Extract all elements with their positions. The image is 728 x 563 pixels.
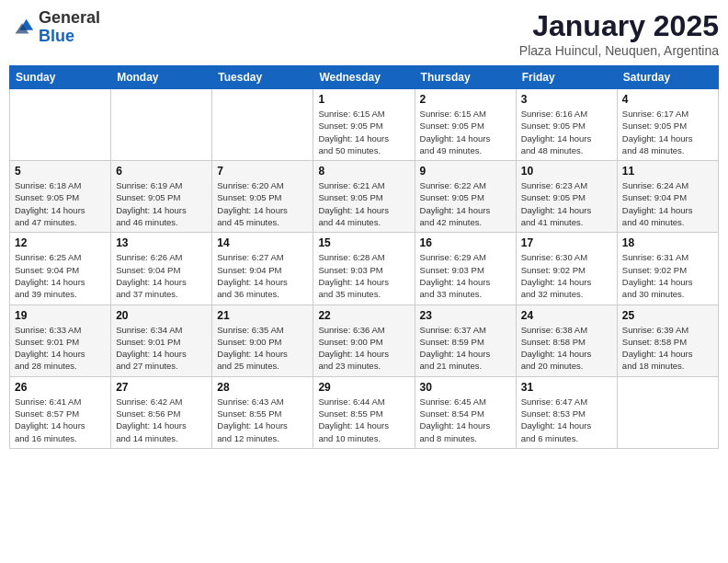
day-number: 9 — [420, 165, 511, 178]
calendar-table: SundayMondayTuesdayWednesdayThursdayFrid… — [9, 65, 719, 449]
calendar-cell: 15Sunrise: 6:28 AM Sunset: 9:03 PM Dayli… — [313, 233, 415, 304]
day-number: 28 — [217, 381, 308, 394]
day-number: 7 — [217, 165, 308, 178]
calendar-cell: 7Sunrise: 6:20 AM Sunset: 9:05 PM Daylig… — [212, 161, 313, 233]
day-info: Sunrise: 6:31 AM Sunset: 9:02 PM Dayligh… — [622, 251, 713, 300]
day-number: 29 — [318, 381, 409, 394]
calendar-week-row: 5Sunrise: 6:18 AM Sunset: 9:05 PM Daylig… — [10, 161, 719, 233]
calendar-cell: 28Sunrise: 6:43 AM Sunset: 8:55 PM Dayli… — [212, 376, 313, 448]
calendar-cell: 1Sunrise: 6:15 AM Sunset: 9:05 PM Daylig… — [313, 89, 415, 161]
calendar-week-row: 12Sunrise: 6:25 AM Sunset: 9:04 PM Dayli… — [10, 233, 719, 304]
day-info: Sunrise: 6:44 AM Sunset: 8:55 PM Dayligh… — [318, 396, 409, 444]
day-info: Sunrise: 6:26 AM Sunset: 9:04 PM Dayligh… — [116, 251, 207, 300]
calendar-cell: 17Sunrise: 6:30 AM Sunset: 9:02 PM Dayli… — [516, 233, 617, 304]
calendar-cell — [10, 89, 111, 161]
day-info: Sunrise: 6:17 AM Sunset: 9:05 PM Dayligh… — [622, 108, 713, 156]
day-info: Sunrise: 6:27 AM Sunset: 9:04 PM Dayligh… — [217, 251, 308, 300]
day-info: Sunrise: 6:30 AM Sunset: 9:02 PM Dayligh… — [521, 251, 612, 300]
logo-general-text: General — [39, 8, 100, 27]
day-info: Sunrise: 6:15 AM Sunset: 9:05 PM Dayligh… — [318, 108, 409, 156]
day-number: 13 — [116, 236, 207, 249]
day-number: 26 — [15, 381, 106, 394]
day-info: Sunrise: 6:41 AM Sunset: 8:57 PM Dayligh… — [15, 396, 106, 444]
calendar-week-row: 1Sunrise: 6:15 AM Sunset: 9:05 PM Daylig… — [10, 89, 719, 161]
calendar-cell: 29Sunrise: 6:44 AM Sunset: 8:55 PM Dayli… — [313, 376, 415, 448]
calendar-cell: 25Sunrise: 6:39 AM Sunset: 8:58 PM Dayli… — [617, 304, 718, 376]
calendar-cell: 24Sunrise: 6:38 AM Sunset: 8:58 PM Dayli… — [516, 304, 617, 376]
day-info: Sunrise: 6:45 AM Sunset: 8:54 PM Dayligh… — [420, 396, 511, 444]
day-number: 20 — [116, 309, 207, 322]
day-number: 19 — [15, 309, 106, 322]
day-info: Sunrise: 6:20 AM Sunset: 9:05 PM Dayligh… — [217, 179, 308, 228]
calendar-cell: 3Sunrise: 6:16 AM Sunset: 9:05 PM Daylig… — [516, 89, 617, 161]
weekday-header: Monday — [111, 66, 212, 89]
calendar-cell: 5Sunrise: 6:18 AM Sunset: 9:05 PM Daylig… — [10, 161, 111, 233]
day-info: Sunrise: 6:15 AM Sunset: 9:05 PM Dayligh… — [420, 108, 511, 156]
logo: General Blue — [9, 9, 100, 46]
weekday-header-row: SundayMondayTuesdayWednesdayThursdayFrid… — [10, 66, 719, 89]
day-info: Sunrise: 6:25 AM Sunset: 9:04 PM Dayligh… — [15, 251, 106, 300]
weekday-header: Saturday — [617, 66, 718, 89]
day-info: Sunrise: 6:39 AM Sunset: 8:58 PM Dayligh… — [622, 324, 713, 373]
weekday-header: Thursday — [415, 66, 516, 89]
calendar-cell: 30Sunrise: 6:45 AM Sunset: 8:54 PM Dayli… — [415, 376, 516, 448]
calendar-cell: 14Sunrise: 6:27 AM Sunset: 9:04 PM Dayli… — [212, 233, 313, 304]
day-number: 23 — [420, 309, 511, 322]
day-info: Sunrise: 6:22 AM Sunset: 9:05 PM Dayligh… — [420, 179, 511, 228]
day-number: 18 — [622, 236, 713, 249]
day-info: Sunrise: 6:16 AM Sunset: 9:05 PM Dayligh… — [521, 108, 612, 156]
day-info: Sunrise: 6:36 AM Sunset: 9:00 PM Dayligh… — [318, 324, 409, 373]
day-info: Sunrise: 6:21 AM Sunset: 9:05 PM Dayligh… — [318, 179, 409, 228]
calendar-cell: 16Sunrise: 6:29 AM Sunset: 9:03 PM Dayli… — [415, 233, 516, 304]
calendar-week-row: 19Sunrise: 6:33 AM Sunset: 9:01 PM Dayli… — [10, 304, 719, 376]
day-number: 24 — [521, 309, 612, 322]
day-info: Sunrise: 6:28 AM Sunset: 9:03 PM Dayligh… — [318, 251, 409, 300]
logo-icon — [9, 15, 35, 40]
day-number: 21 — [217, 309, 308, 322]
calendar-cell: 19Sunrise: 6:33 AM Sunset: 9:01 PM Dayli… — [10, 304, 111, 376]
day-info: Sunrise: 6:19 AM Sunset: 9:05 PM Dayligh… — [116, 179, 207, 228]
day-number: 14 — [217, 236, 308, 249]
calendar-cell: 12Sunrise: 6:25 AM Sunset: 9:04 PM Dayli… — [10, 233, 111, 304]
day-info: Sunrise: 6:42 AM Sunset: 8:56 PM Dayligh… — [116, 396, 207, 444]
weekday-header: Friday — [516, 66, 617, 89]
day-number: 30 — [420, 381, 511, 394]
logo-blue-text: Blue — [39, 27, 74, 45]
calendar-cell: 10Sunrise: 6:23 AM Sunset: 9:05 PM Dayli… — [516, 161, 617, 233]
day-info: Sunrise: 6:24 AM Sunset: 9:04 PM Dayligh… — [622, 179, 713, 228]
day-number: 4 — [622, 93, 713, 106]
day-info: Sunrise: 6:43 AM Sunset: 8:55 PM Dayligh… — [217, 396, 308, 444]
day-number: 8 — [318, 165, 409, 178]
calendar-cell: 26Sunrise: 6:41 AM Sunset: 8:57 PM Dayli… — [10, 376, 111, 448]
weekday-header: Sunday — [10, 66, 111, 89]
day-number: 6 — [116, 165, 207, 178]
day-info: Sunrise: 6:47 AM Sunset: 8:53 PM Dayligh… — [521, 396, 612, 444]
calendar-cell: 21Sunrise: 6:35 AM Sunset: 9:00 PM Dayli… — [212, 304, 313, 376]
calendar-cell — [111, 89, 212, 161]
calendar-cell: 11Sunrise: 6:24 AM Sunset: 9:04 PM Dayli… — [617, 161, 718, 233]
calendar-cell: 22Sunrise: 6:36 AM Sunset: 9:00 PM Dayli… — [313, 304, 415, 376]
calendar-cell: 18Sunrise: 6:31 AM Sunset: 9:02 PM Dayli… — [617, 233, 718, 304]
weekday-header: Wednesday — [313, 66, 415, 89]
day-number: 25 — [622, 309, 713, 322]
calendar-cell: 4Sunrise: 6:17 AM Sunset: 9:05 PM Daylig… — [617, 89, 718, 161]
calendar-cell: 31Sunrise: 6:47 AM Sunset: 8:53 PM Dayli… — [516, 376, 617, 448]
calendar-cell — [617, 376, 718, 448]
day-number: 3 — [521, 93, 612, 106]
page-header: General Blue January 2025 Plaza Huincul,… — [9, 9, 719, 58]
day-number: 16 — [420, 236, 511, 249]
day-number: 10 — [521, 165, 612, 178]
day-number: 15 — [318, 236, 409, 249]
calendar-cell: 27Sunrise: 6:42 AM Sunset: 8:56 PM Dayli… — [111, 376, 212, 448]
calendar-cell: 8Sunrise: 6:21 AM Sunset: 9:05 PM Daylig… — [313, 161, 415, 233]
calendar-cell: 23Sunrise: 6:37 AM Sunset: 8:59 PM Dayli… — [415, 304, 516, 376]
calendar-cell: 13Sunrise: 6:26 AM Sunset: 9:04 PM Dayli… — [111, 233, 212, 304]
day-info: Sunrise: 6:29 AM Sunset: 9:03 PM Dayligh… — [420, 251, 511, 300]
day-info: Sunrise: 6:38 AM Sunset: 8:58 PM Dayligh… — [521, 324, 612, 373]
day-number: 27 — [116, 381, 207, 394]
calendar-cell: 20Sunrise: 6:34 AM Sunset: 9:01 PM Dayli… — [111, 304, 212, 376]
day-number: 5 — [15, 165, 106, 178]
day-number: 17 — [521, 236, 612, 249]
day-info: Sunrise: 6:37 AM Sunset: 8:59 PM Dayligh… — [420, 324, 511, 373]
month-title: January 2025 — [519, 9, 719, 43]
